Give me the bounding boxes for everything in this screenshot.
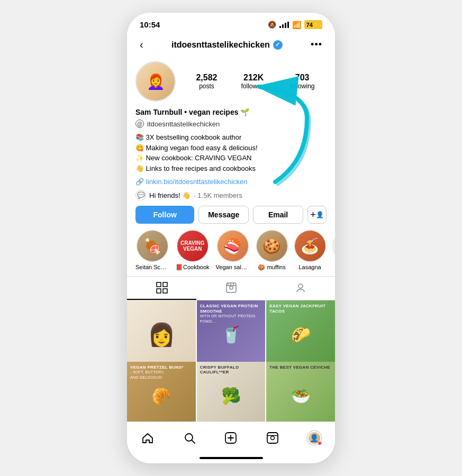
highlight-circle-muffins: 🍪 xyxy=(256,230,288,262)
tagged-icon xyxy=(295,282,306,294)
tab-bar xyxy=(127,276,335,300)
followers-stat[interactable]: 212K followers xyxy=(241,73,266,90)
email-button[interactable]: Email xyxy=(253,206,303,224)
highlight-circle-more: › xyxy=(332,230,335,262)
notification-dot xyxy=(318,441,322,445)
add-user-button[interactable]: + 👤 xyxy=(307,206,327,224)
highlight-salmon[interactable]: 🍣 Vegan salm... xyxy=(216,230,250,271)
grid-cell-3[interactable]: 🌮 EASY VEGAN JACKFRUIT TACOS xyxy=(266,300,335,369)
tab-reels[interactable] xyxy=(196,277,266,300)
status-icons: 🔕 📶 74⚡ xyxy=(268,20,322,29)
highlight-muffins[interactable]: 🍪 🍪 muffins xyxy=(256,230,288,271)
grid-cell-6[interactable]: 🥗 THE BEST VEGAN CEVICHE xyxy=(266,362,335,422)
posts-count: 2,582 xyxy=(196,73,217,83)
wifi-icon: 📶 xyxy=(292,21,301,29)
svg-line-12 xyxy=(192,441,195,444)
add-icon: + xyxy=(310,209,316,221)
svg-rect-1 xyxy=(163,282,167,287)
signal-icon xyxy=(279,22,289,28)
grid-cell-5[interactable]: 🥦 CRISPY BUFFALO CAULIFL**ER xyxy=(197,362,266,422)
status-time: 10:54 xyxy=(140,20,160,29)
highlight-circle-seitan: 🍖 xyxy=(137,230,168,262)
following-stat[interactable]: 703 following xyxy=(290,73,315,90)
svg-rect-2 xyxy=(157,289,161,293)
bottom-nav: 👤 xyxy=(127,422,335,453)
bio-line-4: 👋 Links to free recipes and cookbooks xyxy=(135,163,327,174)
more-button[interactable]: ••• xyxy=(306,37,327,52)
nav-title: itdoesnttastelikechicken ✓ xyxy=(171,40,283,50)
bio-line-2: 😋 Making vegan food easy & delicious! xyxy=(135,143,327,153)
threads-name: itdoesnttastelikechicken xyxy=(147,120,220,128)
verified-icon: ✓ xyxy=(273,40,283,50)
battery-icon: 74⚡ xyxy=(304,20,322,29)
profile-link[interactable]: 🔗 linkin.bio/itdoesnttastelikechicken xyxy=(135,178,327,186)
home-nav-button[interactable] xyxy=(137,427,158,448)
highlight-circle-salmon: 🍣 xyxy=(217,230,249,262)
following-label: following xyxy=(290,83,315,90)
highlight-label-muffins: 🍪 muffins xyxy=(258,264,285,271)
followers-count: 212K xyxy=(241,73,266,83)
followers-label: followers xyxy=(241,83,266,90)
message-button[interactable]: Message xyxy=(198,206,249,224)
action-buttons: Follow Message Email + 👤 xyxy=(135,206,327,224)
photo-grid: 👩 CRAVING VEGAN 🥤 CLASSIC VEGAN PROTEIN … xyxy=(127,300,335,422)
profile-section: 👩‍🦰 2,582 posts 212K followers 703 follo… xyxy=(127,57,335,230)
bell-icon: 🔕 xyxy=(268,21,276,29)
svg-rect-0 xyxy=(157,282,161,287)
stats-row: 2,582 posts 212K followers 703 following xyxy=(184,73,327,90)
tab-tagged[interactable] xyxy=(266,277,335,300)
status-bar: 10:54 🔕 📶 74⚡ xyxy=(127,13,335,32)
home-indicator-bar xyxy=(200,457,263,459)
reels-nav-button[interactable] xyxy=(262,427,283,448)
follow-button[interactable]: Follow xyxy=(135,206,194,224)
posts-label: posts xyxy=(196,83,217,90)
profile-name: Sam Turnbull • vegan recipes 🌱 xyxy=(135,108,327,116)
phone-frame: 10:54 🔕 📶 74⚡ ‹ itdoesnttastelikechicken… xyxy=(127,13,335,463)
svg-rect-3 xyxy=(163,289,167,293)
profile-top: 👩‍🦰 2,582 posts 212K followers 703 follo… xyxy=(135,61,327,102)
bio-section: 📚 3X bestselling cookbook author 😋 Makin… xyxy=(135,132,327,173)
grid-cell-4[interactable]: 🥐 VEGAN PRETZEL BUNS*- soft, buttery,and… xyxy=(127,362,196,422)
home-indicator xyxy=(127,453,335,463)
person-icon: 👤 xyxy=(316,211,324,218)
avatar-image: 👩‍🦰 xyxy=(137,62,175,100)
highlight-lasagna[interactable]: 🍝 Lasagna xyxy=(294,230,326,271)
bio-line-1: 📚 3X bestselling cookbook author xyxy=(135,132,327,143)
svg-point-17 xyxy=(271,436,275,440)
close-friends-text: Hi friends! 👋 xyxy=(149,191,191,199)
back-button[interactable]: ‹ xyxy=(135,36,148,53)
link-icon: 🔗 xyxy=(135,178,144,186)
threads-handle[interactable]: @ itdoesnttastelikechicken xyxy=(135,120,327,128)
highlight-label-seitan: Seitan School xyxy=(135,264,169,270)
grid-icon xyxy=(156,282,168,294)
add-icon xyxy=(224,432,237,444)
username-label: itdoesnttastelikechicken xyxy=(171,40,270,50)
profile-nav-button[interactable]: 👤 xyxy=(304,427,325,448)
svg-point-5 xyxy=(230,286,233,289)
highlight-label-cookbook: 📕Cookbook xyxy=(176,264,210,271)
grid-cell-1[interactable]: 👩 CRAVING VEGAN xyxy=(127,300,196,369)
highlight-label-lasagna: Lasagna xyxy=(298,264,321,270)
posts-stat[interactable]: 2,582 posts xyxy=(196,73,217,90)
add-post-button[interactable] xyxy=(220,427,241,448)
tab-grid[interactable] xyxy=(127,277,196,300)
nav-bar: ‹ itdoesnttastelikechicken ✓ ••• xyxy=(127,32,335,57)
search-nav-button[interactable] xyxy=(179,427,200,448)
highlight-seitan[interactable]: 🍖 Seitan School xyxy=(135,230,169,271)
link-text: linkin.bio/itdoesnttastelikechicken xyxy=(146,178,248,186)
home-icon xyxy=(141,432,154,444)
highlight-label-salmon: Vegan salm... xyxy=(216,264,250,270)
avatar[interactable]: 👩‍🦰 xyxy=(135,61,176,102)
highlight-more[interactable]: › xyxy=(332,230,335,271)
close-friends-bar[interactable]: 💬 Hi friends! 👋 · 1.5K members xyxy=(135,190,327,200)
close-friends-icon: 💬 xyxy=(135,190,146,200)
grid-cell-2[interactable]: 🥤 CLASSIC VEGAN PROTEIN SMOOTHIEwith or … xyxy=(197,300,266,369)
svg-point-10 xyxy=(298,284,303,288)
search-icon xyxy=(183,432,196,444)
svg-rect-16 xyxy=(267,433,278,443)
reels-icon xyxy=(225,282,237,294)
highlight-cookbook[interactable]: CRAVINGVEGAN 📕Cookbook xyxy=(176,230,210,271)
highlights-row: 🍖 Seitan School CRAVINGVEGAN 📕Cookbook 🍣… xyxy=(127,230,335,276)
bio-line-3: ✨ New cookbook: CRAVING VEGAN xyxy=(135,153,327,163)
close-friends-count: · 1.5K members xyxy=(194,191,242,199)
